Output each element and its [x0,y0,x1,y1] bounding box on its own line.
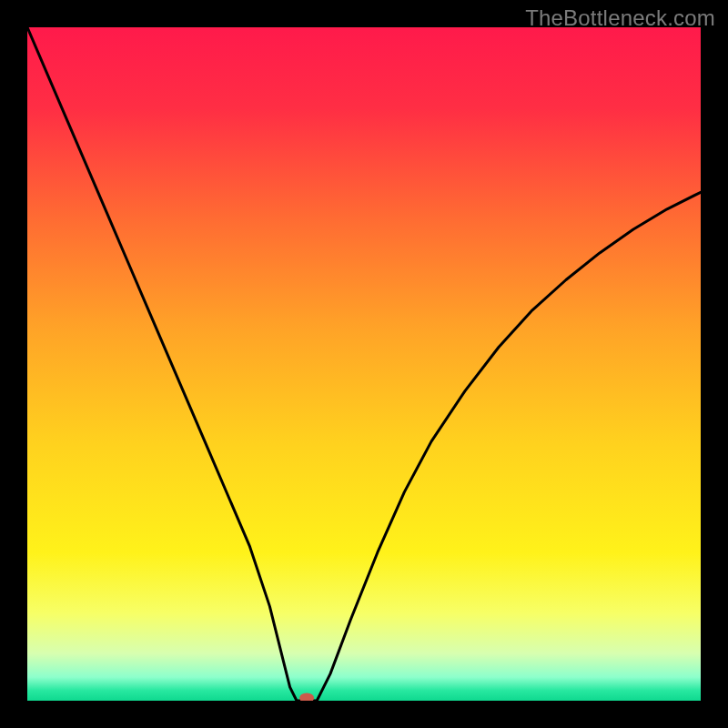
plot-area [27,27,701,701]
chart-frame: TheBottleneck.com [0,0,728,728]
gradient-background [27,27,701,701]
bottleneck-chart [27,27,701,701]
